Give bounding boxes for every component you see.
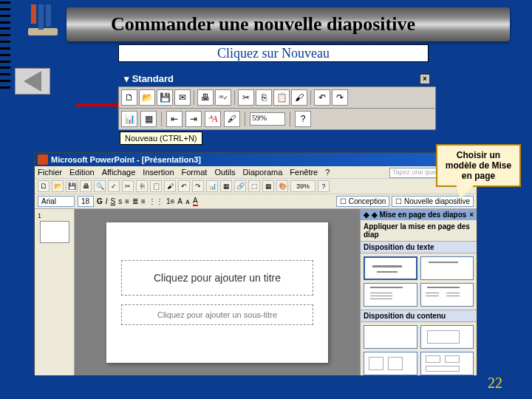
redo-arrow-icon[interactable]: ↷ [332,89,348,106]
font-color-icon[interactable]: A [193,197,198,206]
toolbar-titlebar[interactable]: ▾ Standard × [118,71,436,86]
align-center-icon[interactable]: ≣ [132,197,138,205]
layout-title-content[interactable] [364,283,417,307]
help-icon[interactable]: ? [295,111,311,127]
font-a-icon[interactable]: ᴬA [205,111,221,127]
pp-app-title: Microsoft PowerPoint - [Présentation3] [51,155,201,164]
section-content-layouts: Disposition du contenu [361,310,477,322]
new-button-tooltip: Nouveau (CTRL+N) [120,132,202,145]
copy-icon[interactable]: ⎘ [136,180,148,192]
envelope-icon[interactable]: ✉ [174,89,191,106]
layout-blank[interactable] [364,325,417,349]
pp-menubar[interactable]: Fichier Edition Affichage Insertion Form… [35,166,477,179]
red-pointer-arrow [75,103,118,106]
undo-icon[interactable]: ↶ [178,180,190,192]
align-left-icon[interactable]: ≡ [125,197,129,205]
menu-fenetre[interactable]: Fenêtre [290,168,318,177]
save-disk-icon[interactable]: 💾 [157,89,173,106]
paintbrush-icon[interactable]: 🖌 [291,89,307,106]
font-a2-icon[interactable]: 🖋 [224,111,240,127]
menu-format[interactable]: Format [182,168,208,177]
hyperlink-icon[interactable]: 🔗 [234,180,246,192]
powerpoint-app-icon [38,154,48,165]
font-size-field[interactable]: 18 [78,196,94,207]
menu-insertion[interactable]: Insertion [143,168,174,177]
zoom2-field[interactable]: 39% [290,180,316,192]
table-icon[interactable]: ▦ [220,180,232,192]
decorative-ticks [0,1,10,90]
underline-button[interactable]: S [111,197,116,205]
pp-standard-toolbar[interactable]: 🗋 📂 💾 🖶 🔍 ✓ ✂ ⎘ 📋 🖌 ↶ ↷ 📊 ▦ 🔗 ⬚ ▦ 🎨 39% … [35,179,477,194]
pp-titlebar[interactable]: Microsoft PowerPoint - [Présentation3] [35,153,477,166]
increase-font-icon[interactable]: A [177,197,183,205]
thumbnail-slide-1[interactable] [40,221,69,243]
clipboard-icon[interactable]: 📋 [273,89,290,106]
indent-icon[interactable]: ⇥ [185,111,202,127]
back-arrow-button[interactable] [15,68,50,95]
layout-title-slide[interactable] [364,256,417,280]
bold-button[interactable]: G [97,197,103,205]
new-file-icon[interactable]: 🗋 [38,180,50,192]
align-right-icon[interactable]: ≡ [141,197,146,205]
bullets-icon[interactable]: ⋮⋮ [149,197,163,205]
spellcheck-abc-icon[interactable]: ᴬᴮ✓ [215,89,231,106]
slide-editor[interactable]: Cliquez pour ajouter un titre Cliquez po… [75,209,360,375]
color-icon[interactable]: 🎨 [276,180,288,192]
scissors-icon[interactable]: ✂ [122,180,134,192]
font-family-field[interactable]: Arial [38,196,75,207]
printer-icon[interactable]: 🖶 [80,180,92,192]
slide-thumbnail-pane[interactable]: 1 [35,209,75,375]
open-folder-icon[interactable]: 📂 [139,89,155,106]
print-preview-icon[interactable]: 🔍 [94,180,106,192]
shadow-button[interactable]: s [118,197,122,205]
design-button[interactable]: ☐ Conception [336,196,389,207]
task-pane-header[interactable]: ◆ ◆ Mise en page des diapos × [361,209,477,220]
printer-icon[interactable]: 🖶 [197,89,214,106]
menu-fichier[interactable]: Fichier [38,168,62,177]
slide-title-bar: Commander une nouvelle diapositive [66,7,510,41]
show-grid-icon[interactable]: ▦ [262,180,274,192]
open-folder-icon[interactable]: 📂 [52,180,64,192]
close-icon[interactable]: × [469,211,474,219]
chart-icon[interactable]: 📊 [121,111,137,127]
layout-content-1[interactable] [420,325,474,349]
zoom-field[interactable]: 59% [250,112,285,126]
paintbrush-icon[interactable]: 🖌 [164,180,176,192]
task-pane-apply-label: Appliquer la mise en page des diap [361,220,477,241]
section-text-layouts: Disposition du texte [361,241,477,253]
layout-two-content[interactable] [420,283,474,307]
menu-help[interactable]: ? [325,168,330,177]
close-icon[interactable]: × [420,74,430,84]
scissors-icon[interactable]: ✂ [238,89,254,106]
slide-title-placeholder[interactable]: Cliquez pour ajouter un titre [121,260,313,296]
layout-title-only[interactable] [420,256,474,280]
task-pane: ◆ ◆ Mise en page des diapos × Appliquer … [360,209,477,375]
new-file-icon[interactable]: 🗋 [121,89,137,106]
undo-arrow-icon[interactable]: ↶ [314,89,330,106]
layout-content-3[interactable] [420,352,474,375]
redo-icon[interactable]: ↷ [192,180,204,192]
expand-icon[interactable]: ⬚ [248,180,260,192]
callout-bubble: Choisir un modèle de Mise en page [436,144,521,187]
decrease-font-icon[interactable]: ᴀ [185,197,190,205]
copy-icon[interactable]: ⎘ [256,89,272,106]
numbering-icon[interactable]: 1≡ [166,197,174,205]
menu-edition[interactable]: Edition [69,168,95,177]
outdent-icon[interactable]: ⇤ [166,111,183,127]
slide-subtitle-placeholder[interactable]: Cliquez pour ajouter un sous-titre [121,304,313,325]
menu-outils[interactable]: Outils [214,168,235,177]
chart-icon[interactable]: 📊 [206,180,218,192]
save-disk-icon[interactable]: 💾 [66,180,78,192]
slide-canvas: Cliquez pour ajouter un titre Cliquez po… [106,222,328,363]
table-icon[interactable]: ▦ [140,111,157,127]
standard-toolbar: ▾ Standard × 🗋 📂 💾 ✉ 🖶 ᴬᴮ✓ ✂ ⎘ 📋 🖌 ↶ ↷ 📊… [118,71,436,130]
pp-format-toolbar[interactable]: Arial 18 G I S s ≡ ≣ ≡ ⋮⋮ 1≡ A ᴀ A ☐ Con… [35,194,477,209]
slide-title: Commander une nouvelle diapositive [111,13,415,35]
menu-affichage[interactable]: Affichage [102,168,136,177]
menu-diaporama[interactable]: Diaporama [243,168,283,177]
clipboard-icon[interactable]: 📋 [150,180,162,192]
italic-button[interactable]: I [106,197,108,205]
spellcheck-icon[interactable]: ✓ [108,180,120,192]
help2-icon[interactable]: ? [318,180,330,192]
layout-content-2[interactable] [364,352,417,375]
